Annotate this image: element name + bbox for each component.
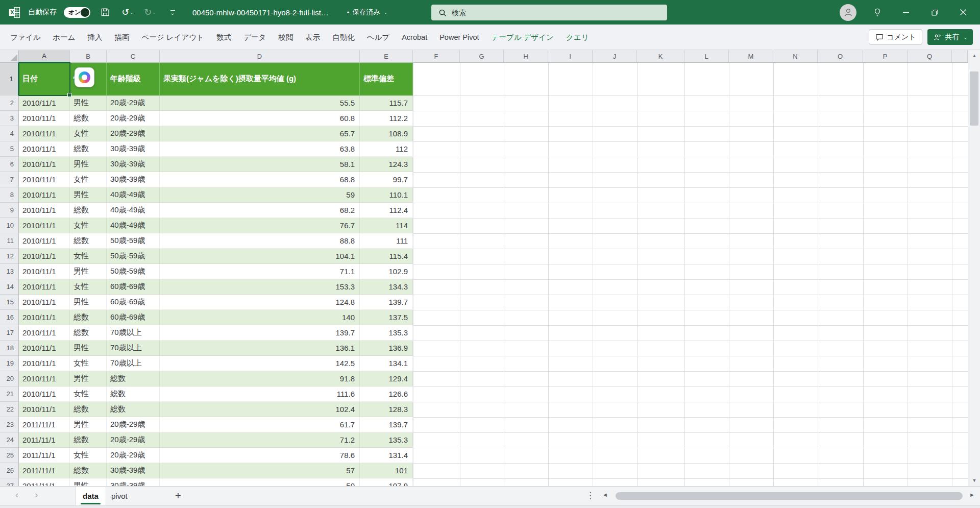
cell-D23[interactable]: 61.7: [160, 417, 360, 432]
cell-B12[interactable]: 女性: [70, 249, 107, 264]
cell-E4[interactable]: 108.9: [360, 126, 413, 141]
cell-E5[interactable]: 112: [360, 141, 413, 157]
row-header-5[interactable]: 5: [0, 141, 19, 157]
cell-C13[interactable]: 50歳-59歳: [107, 264, 160, 279]
ribbon-tab-4[interactable]: ページ レイアウト: [136, 25, 210, 50]
cell-E18[interactable]: 136.9: [360, 341, 413, 356]
cell-B5[interactable]: 総数: [70, 141, 107, 157]
cell-D10[interactable]: 76.7: [160, 218, 360, 233]
cell-A26[interactable]: 2011/11/1: [19, 463, 70, 478]
ribbon-tab-5[interactable]: 数式: [210, 25, 237, 50]
col-header-J[interactable]: J: [593, 50, 637, 63]
cell-B23[interactable]: 男性: [70, 417, 107, 432]
cell-C7[interactable]: 30歳-39歳: [107, 172, 160, 187]
cell-C14[interactable]: 60歳-69歳: [107, 279, 160, 295]
ribbon-tab-6[interactable]: データ: [237, 25, 272, 50]
cell-A13[interactable]: 2010/11/1: [19, 264, 70, 279]
cell-B16[interactable]: 総数: [70, 310, 107, 325]
cell-D11[interactable]: 88.8: [160, 233, 360, 249]
col-header-D[interactable]: D: [160, 50, 360, 63]
cell-B10[interactable]: 女性: [70, 218, 107, 233]
cell-B25[interactable]: 女性: [70, 448, 107, 463]
ribbon-tab-7[interactable]: 校閲: [272, 25, 299, 50]
autosave-toggle[interactable]: オン: [64, 7, 90, 18]
cell-D17[interactable]: 139.7: [160, 325, 360, 341]
row-header-10[interactable]: 10: [0, 218, 19, 233]
cell-A20[interactable]: 2010/11/1: [19, 371, 70, 386]
row-header-27[interactable]: 27: [0, 478, 19, 486]
cell-B26[interactable]: 総数: [70, 463, 107, 478]
save-status-dropdown[interactable]: • 保存済み ⌄: [347, 8, 387, 17]
cell-E27[interactable]: 107.9: [360, 478, 413, 486]
cell-C22[interactable]: 総数: [107, 402, 160, 417]
cell-E19[interactable]: 134.1: [360, 356, 413, 371]
col-header-B[interactable]: B: [70, 50, 107, 63]
redo-icon[interactable]: ↻⌄: [142, 5, 158, 20]
cell-A25[interactable]: 2011/11/1: [19, 448, 70, 463]
row-header-21[interactable]: 21: [0, 386, 19, 402]
cell-A6[interactable]: 2010/11/1: [19, 157, 70, 172]
col-header-N[interactable]: N: [773, 50, 818, 63]
cell-B4[interactable]: 女性: [70, 126, 107, 141]
ribbon-tab-12[interactable]: Power Pivot: [433, 25, 485, 50]
row-header-20[interactable]: 20: [0, 371, 19, 386]
hscroll-right-icon[interactable]: ►: [969, 492, 975, 498]
cell-E17[interactable]: 135.3: [360, 325, 413, 341]
row-header-8[interactable]: 8: [0, 187, 19, 203]
cell-A8[interactable]: 2010/11/1: [19, 187, 70, 203]
cell-B15[interactable]: 男性: [70, 295, 107, 310]
cell-B9[interactable]: 総数: [70, 203, 107, 218]
cell-D24[interactable]: 71.2: [160, 432, 360, 448]
cell-A5[interactable]: 2010/11/1: [19, 141, 70, 157]
cell-E3[interactable]: 112.2: [360, 111, 413, 126]
row-header-26[interactable]: 26: [0, 463, 19, 478]
cell-D3[interactable]: 60.8: [160, 111, 360, 126]
row-header-13[interactable]: 13: [0, 264, 19, 279]
cell-A22[interactable]: 2010/11/1: [19, 402, 70, 417]
close-button[interactable]: [955, 5, 971, 20]
ribbon-tab-10[interactable]: ヘルプ: [361, 25, 396, 50]
col-header-A[interactable]: A: [19, 50, 70, 63]
col-header-H[interactable]: H: [504, 50, 548, 63]
cell-C24[interactable]: 20歳-29歳: [107, 432, 160, 448]
add-sheet-button[interactable]: +: [170, 488, 186, 503]
cell-B13[interactable]: 男性: [70, 264, 107, 279]
cell-E24[interactable]: 135.3: [360, 432, 413, 448]
cell-E23[interactable]: 139.7: [360, 417, 413, 432]
cell-C10[interactable]: 40歳-49歳: [107, 218, 160, 233]
cell-B21[interactable]: 女性: [70, 386, 107, 402]
cell-C12[interactable]: 50歳-59歳: [107, 249, 160, 264]
hscroll-left-icon[interactable]: ◄: [602, 492, 608, 498]
ribbon-tab-11[interactable]: Acrobat: [396, 25, 433, 50]
row-header-4[interactable]: 4: [0, 126, 19, 141]
cell-D20[interactable]: 91.8: [160, 371, 360, 386]
cell-C8[interactable]: 40歳-49歳: [107, 187, 160, 203]
col-header-P[interactable]: P: [863, 50, 908, 63]
row-header-14[interactable]: 14: [0, 279, 19, 295]
cell-E22[interactable]: 128.3: [360, 402, 413, 417]
ribbon-tab-8[interactable]: 表示: [299, 25, 326, 50]
cell-C11[interactable]: 50歳-59歳: [107, 233, 160, 249]
cell-D18[interactable]: 136.1: [160, 341, 360, 356]
sheet-nav-next-icon[interactable]: ›: [35, 489, 38, 500]
col-header-L[interactable]: L: [684, 50, 729, 63]
undo-icon[interactable]: ↺⌄: [120, 5, 135, 20]
cell-B6[interactable]: 男性: [70, 157, 107, 172]
cell-C17[interactable]: 70歳以上: [107, 325, 160, 341]
cell-C1[interactable]: 年齢階級: [107, 63, 160, 95]
scroll-down-icon[interactable]: ▼: [968, 475, 980, 486]
cell-A1[interactable]: 日付: [19, 63, 70, 95]
share-button[interactable]: 共有 ⌄: [927, 29, 973, 45]
cell-B20[interactable]: 男性: [70, 371, 107, 386]
col-header-G[interactable]: G: [460, 50, 504, 63]
cell-D5[interactable]: 63.8: [160, 141, 360, 157]
vertical-scrollbar[interactable]: ▲▼: [968, 50, 980, 486]
cell-A11[interactable]: 2010/11/1: [19, 233, 70, 249]
vertical-scrollbar-thumb[interactable]: [970, 71, 978, 126]
search-box[interactable]: [431, 5, 667, 20]
row-header-1[interactable]: 1: [0, 63, 19, 95]
cell-C21[interactable]: 総数: [107, 386, 160, 402]
cell-B11[interactable]: 総数: [70, 233, 107, 249]
cell-A19[interactable]: 2010/11/1: [19, 356, 70, 371]
cell-D9[interactable]: 68.2: [160, 203, 360, 218]
